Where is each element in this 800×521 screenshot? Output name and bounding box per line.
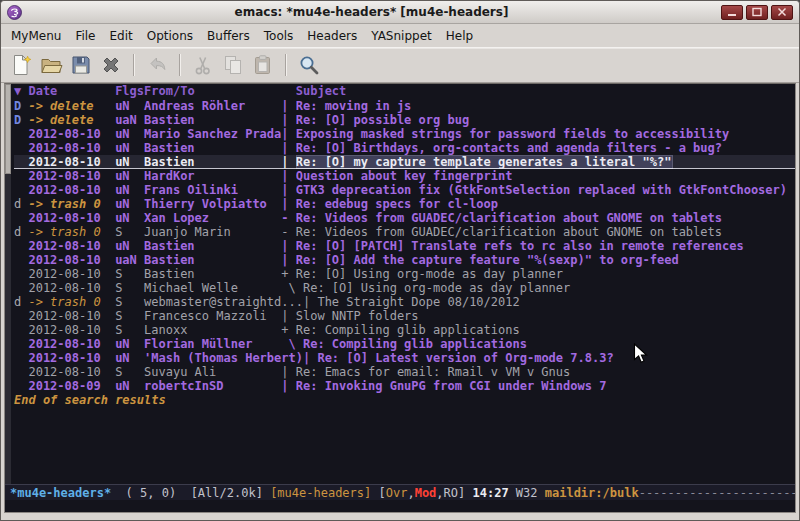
message-row[interactable]: d -> trash 0 S webmaster@straightd... | … [14,295,795,309]
maximize-button[interactable] [746,5,768,20]
menu-item-help[interactable]: Help [439,26,480,46]
modeline-major-mode[interactable]: [mu4e-headers] [270,486,378,500]
row-date: 2012-08-10 [28,267,115,281]
undo-button[interactable] [142,50,172,80]
row-date: 2012-08-10 [28,323,115,337]
row-thread-char: | [303,351,317,365]
message-row[interactable]: 2012-08-10 S Bastien + Re: [O] Using org… [14,267,795,281]
row-subject: Re: [O] Using org-mode as day planner [303,281,795,295]
minimize-button[interactable] [721,5,743,20]
row-mark [14,127,28,141]
row-flags: S [115,267,144,281]
row-mark: D [14,113,28,127]
menu-item-file[interactable]: File [68,26,102,46]
column-flags[interactable]: Flgs [115,84,144,99]
new-file-icon [9,53,33,77]
message-row[interactable]: 2012-08-09 uN robertcInSD | Re: Invoking… [14,379,795,393]
modeline-bracket: [ [379,486,386,500]
row-date: -> trash 0 [28,197,115,211]
echo-area[interactable] [5,500,795,512]
message-row[interactable]: d -> trash 0 S Juanjo Marin - Re: Videos… [14,225,795,239]
row-flags: uN [115,141,144,155]
message-row[interactable]: 2012-08-10 S Michael Welle \ Re: [O] Usi… [14,281,795,295]
undo-icon [145,53,169,77]
menu-item-headers[interactable]: Headers [300,26,364,46]
row-mark [14,155,28,169]
row-flags: uN [115,99,144,113]
row-date: 2012-08-10 [28,155,115,169]
copy-button[interactable] [218,50,248,80]
message-row[interactable]: 2012-08-10 uN 'Mash (Thomas Herbert) | R… [14,351,795,365]
close-buffer-button[interactable] [96,50,126,80]
row-flags: uN [115,183,144,197]
close-button[interactable] [771,5,793,20]
row-from: Andreas Röhler [144,99,281,113]
modeline-position: ( 5, 0) [111,486,190,500]
modeline-window-id: W32 [509,486,545,500]
new-file-button[interactable] [6,50,36,80]
menu-item-edit[interactable]: Edit [103,26,140,46]
titlebar[interactable]: emacs: *mu4e-headers* [mu4e-headers] [1,1,799,24]
message-row[interactable]: D -> delete uN Andreas Röhler | Re: movi… [14,99,795,113]
modeline-readonly-flag[interactable]: RO [444,486,458,500]
modeline-matches: [All/2.0k] [191,486,270,500]
row-mark: D [14,99,28,113]
row-thread-char: | [281,309,295,323]
paste-button[interactable] [248,50,278,80]
modeline-buffer-name[interactable]: *mu4e-headers* [10,486,111,500]
row-from: Francesco Mazzoli [144,309,281,323]
message-row[interactable]: 2012-08-10 uN Bastien | Re: [O] Birthday… [14,141,795,155]
menu-item-options[interactable]: Options [140,26,200,46]
modeline-modified-flag[interactable]: Mod [415,486,437,500]
message-row[interactable]: 2012-08-10 uN Frans Oilinki | GTK3 depre… [14,183,795,197]
message-row[interactable]: d -> trash 0 uN Thierry Volpiatto | Re: … [14,197,795,211]
column-from[interactable]: From/To [144,84,281,99]
headers-buffer[interactable]: ▼ Date Flgs From/To Subject D -> delete … [11,84,795,484]
menu-item-buffers[interactable]: Buffers [200,26,257,46]
message-row[interactable]: 2012-08-10 uN HardKor | Question about k… [14,169,795,183]
row-mark [14,253,28,267]
row-subject: Re: Videos from GUADEC/clarification abo… [296,211,795,225]
modeline-maildir: maildir:/bulk [545,486,639,500]
menu-item-yasnippet[interactable]: YASnippet [364,26,439,46]
message-row[interactable]: 2012-08-10 uN Florian Müllner \ Re: Comp… [14,337,795,351]
row-from: Thierry Volpiatto [144,197,281,211]
save-button[interactable] [66,50,96,80]
toolbar [1,47,799,83]
paste-icon [251,53,275,77]
row-from: webmaster@straightd... [144,295,303,309]
row-mark [14,239,28,253]
search-button[interactable] [294,50,324,80]
open-file-button[interactable] [36,50,66,80]
column-date[interactable]: Date [28,84,115,99]
cut-icon [191,53,215,77]
message-row[interactable]: 2012-08-10 S Suvayu Ali | Re: Emacs for … [14,365,795,379]
message-row[interactable]: 2012-08-10 uN Xan Lopez - Re: Videos fro… [14,211,795,225]
message-row[interactable]: 2012-08-10 S Lanoxx + Re: Compiling glib… [14,323,795,337]
column-headers: ▼ Date Flgs From/To Subject [14,84,795,99]
message-row[interactable]: D -> delete uaN Bastien | Re: [O] possib… [14,113,795,127]
menu-item-tools[interactable]: Tools [257,26,301,46]
end-of-results: End of search results [14,393,795,407]
message-list: D -> delete uN Andreas Röhler | Re: movi… [14,99,795,393]
row-mark: d [14,225,28,239]
row-from: Bastien [144,141,281,155]
window-controls [721,5,793,20]
modeline-clock: 14:27 [472,486,508,500]
row-subject: Re: Invoking GnuPG from CGI under Window… [296,379,795,393]
row-thread-char: | [303,295,317,309]
row-mark: d [14,197,28,211]
row-flags: uaN [115,253,144,267]
message-row[interactable]: 2012-08-10 S Francesco Mazzoli | Slow NN… [14,309,795,323]
message-row[interactable]: 2012-08-10 uN Bastien | Re: [O] [PATCH] … [14,239,795,253]
message-row[interactable]: 2012-08-10 uN Bastien | Re: [O] my captu… [14,155,795,169]
message-row[interactable]: 2012-08-10 uaN Bastien | Re: [O] Add the… [14,253,795,267]
message-row[interactable]: 2012-08-10 uN Mario Sanchez Prada | Expo… [14,127,795,141]
row-flags: uN [115,155,144,169]
column-subject[interactable]: Subject [296,84,795,99]
menu-item-mymenu[interactable]: MyMenu [4,26,68,46]
cut-button[interactable] [188,50,218,80]
row-subject: GTK3 deprecation fix (GtkFontSelection r… [296,183,795,197]
row-date: 2012-08-10 [28,309,115,323]
row-thread-char: | [281,155,295,169]
